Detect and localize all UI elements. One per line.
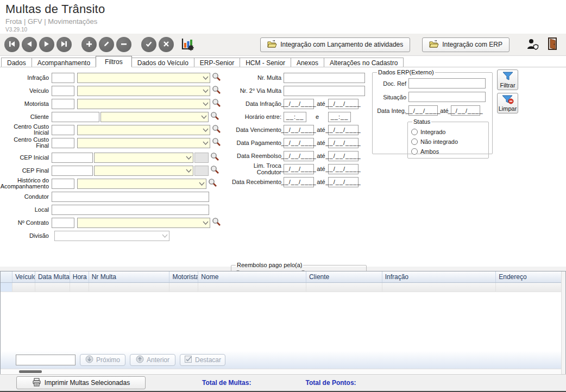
col-data-multa[interactable]: Data Multa (35, 271, 70, 282)
tab-erp-senior[interactable]: ERP-Senior (194, 58, 240, 67)
row-selector-cell[interactable] (1, 283, 12, 292)
veiculo-search-button[interactable] (212, 85, 221, 96)
local-input[interactable] (52, 205, 209, 215)
historico-select[interactable] (77, 179, 206, 189)
data-integ-de-input[interactable]: __/__/____ (408, 105, 438, 116)
centro-custo-final-select[interactable] (77, 138, 210, 148)
doc-ref-input[interactable] (408, 78, 486, 88)
historico-search-button[interactable] (208, 178, 217, 189)
centro-custo-inicial-select[interactable] (77, 125, 210, 135)
infracao-search-button[interactable] (212, 72, 221, 83)
filtrar-button[interactable]: Filtrar (497, 69, 518, 90)
col-endereco[interactable]: Endereço (496, 271, 565, 282)
scrollbar-thumb[interactable] (19, 370, 42, 373)
nr-multa-input[interactable] (284, 73, 365, 83)
contrato-code-input[interactable] (52, 218, 74, 228)
veiculo-select[interactable] (77, 86, 210, 96)
nr-2via-input[interactable] (284, 86, 365, 96)
cliente-code-input[interactable] (52, 112, 99, 122)
motorista-code-input[interactable] (52, 99, 74, 109)
divisao-select[interactable] (54, 231, 169, 241)
data-vencimento-ate-input[interactable]: __/__/____ (328, 125, 359, 135)
col-hora[interactable]: Hora (70, 271, 89, 282)
cliente-select[interactable] (100, 112, 209, 122)
cep-inicial-select[interactable] (94, 153, 193, 163)
radio-integrado[interactable]: Integrado (411, 128, 485, 136)
motorista-search-button[interactable] (212, 98, 221, 109)
data-reembolso-de-input[interactable]: __/__/____ (284, 151, 314, 161)
edit-button[interactable] (99, 37, 114, 52)
first-record-button[interactable] (4, 37, 20, 52)
anterior-button[interactable]: Anterior (130, 354, 175, 366)
condutor-input[interactable] (52, 192, 209, 202)
tab-alteracoes-no-cadastro[interactable]: Alterações no Cadastro (324, 58, 404, 67)
contrato-search-button[interactable] (212, 217, 221, 228)
col-motorista[interactable]: Motorista (169, 271, 198, 282)
data-recebimento-ate-input[interactable]: __/__/____ (328, 177, 359, 187)
radio-nao-integrado[interactable]: Não integrado (411, 137, 485, 146)
radio-ambos-status[interactable]: Ambos (411, 147, 485, 155)
data-integ-ate-input[interactable]: __/__/____ (451, 105, 480, 116)
lim-troca-ate-input[interactable]: __/__/____ (328, 164, 359, 174)
table-row[interactable] (1, 283, 565, 292)
data-recebimento-de-input[interactable]: __/__/____ (284, 177, 314, 187)
cep-final-code-input[interactable] (52, 166, 93, 176)
data-infracao-ate-input[interactable]: __/__/____ (328, 99, 359, 109)
previous-record-button[interactable] (22, 37, 37, 52)
destacar-button[interactable]: Destacar (180, 354, 225, 366)
infracao-select[interactable] (77, 73, 210, 83)
cep-inicial-code-input[interactable] (52, 153, 93, 163)
data-vencimento-de-input[interactable]: __/__/____ (284, 125, 314, 135)
vertical-scrollbar[interactable] (561, 271, 565, 374)
chart-settings-button[interactable] (179, 36, 196, 53)
tab-dados[interactable]: Dados (1, 58, 32, 67)
col-nr-multa[interactable]: Nr Multa (89, 271, 170, 282)
cep-inicial-search-button[interactable] (210, 152, 219, 163)
grid-empty-area (1, 292, 565, 351)
cep-final-select[interactable] (94, 166, 193, 176)
integration-activities-button[interactable]: Integração com Lançamento de atividades (260, 37, 410, 52)
centro-custo-final-search-button[interactable] (212, 137, 221, 148)
col-nome[interactable]: Nome (198, 271, 306, 282)
tab-acompanhamento[interactable]: Acompanhamento (32, 58, 96, 67)
lim-troca-de-input[interactable]: __/__/____ (284, 164, 314, 174)
user-permissions-button[interactable] (526, 38, 539, 52)
col-cliente[interactable]: Cliente (306, 271, 382, 282)
last-record-button[interactable] (56, 37, 72, 52)
col-infracao[interactable]: Infração (382, 271, 496, 282)
tab-filtros[interactable]: Filtros (96, 56, 132, 67)
centro-custo-inicial-search-button[interactable] (212, 124, 221, 135)
data-infracao-de-input[interactable]: __/__/____ (284, 99, 314, 109)
motorista-select[interactable] (77, 99, 210, 109)
veiculo-code-input[interactable] (52, 86, 74, 96)
horario-ate-input[interactable]: __:__ (328, 112, 351, 122)
col-veiculo[interactable]: Veículo (12, 271, 35, 282)
confirm-button[interactable] (141, 37, 156, 52)
cliente-search-button[interactable] (210, 111, 219, 122)
erp-situacao-input[interactable] (408, 92, 486, 102)
centro-custo-final-code-input[interactable] (52, 138, 74, 148)
grid-search-input[interactable] (16, 355, 76, 365)
cancel-button[interactable] (159, 37, 174, 52)
horario-de-input[interactable]: __:__ (284, 112, 306, 122)
limpar-button[interactable]: Limpar (497, 93, 518, 113)
integration-erp-button[interactable]: Integração com ERP (422, 37, 510, 52)
remove-button[interactable] (116, 37, 131, 52)
cep-final-search-button[interactable] (210, 165, 219, 176)
tab-anexos[interactable]: Anexos (291, 58, 324, 67)
contrato-select[interactable] (77, 218, 210, 228)
historico-code-input[interactable] (52, 179, 74, 189)
data-pagamento-de-input[interactable]: __/__/____ (284, 138, 314, 148)
next-record-button[interactable] (39, 37, 54, 52)
horizontal-scrollbar[interactable] (1, 369, 565, 374)
exit-button[interactable] (548, 37, 558, 52)
infracao-code-input[interactable] (52, 73, 74, 83)
centro-custo-inicial-code-input[interactable] (52, 125, 74, 135)
imprimir-button[interactable]: Imprimir Multas Selecionadas (16, 376, 146, 389)
tab-hcm-senior[interactable]: HCM - Senior (240, 58, 291, 67)
proximo-button[interactable]: Próximo (80, 354, 125, 366)
tab-dados-do-veiculo[interactable]: Dados do Veículo (131, 58, 194, 67)
data-pagamento-ate-input[interactable]: __/__/____ (328, 138, 359, 148)
add-button[interactable] (81, 37, 97, 52)
data-reembolso-ate-input[interactable]: __/__/____ (328, 151, 359, 161)
